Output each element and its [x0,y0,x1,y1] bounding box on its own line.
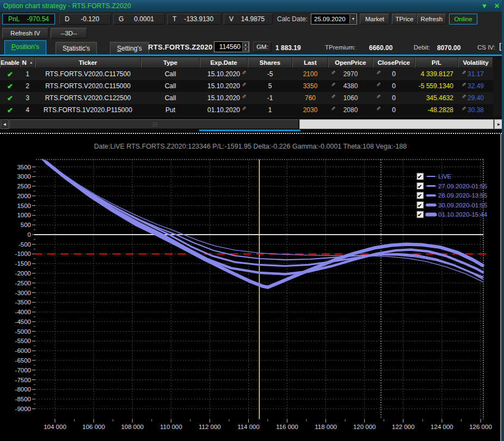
edit-pencil-icon[interactable]: ✎ [242,82,246,88]
y-tick-label: -3500 [15,299,31,305]
edit-pencil-icon[interactable]: ✎ [376,70,380,76]
legend-label: 01.10.2020-15:44 [438,211,488,218]
x-tick-label: 104 000 [44,424,66,430]
pnl-value: -970.54 [27,15,54,23]
cell-exp: 15.10.2020 [200,80,248,92]
greek-g-field: G 0.0001 [113,14,165,24]
y-tick-label: 2500 [17,183,31,189]
edit-pencil-icon[interactable]: ✎ [462,82,466,88]
greek-label: D [60,15,70,23]
chart-background [0,134,504,441]
window-edge [502,134,504,441]
legend-label: 30.09.2020-01:55 [438,202,487,209]
enabled-check-icon[interactable]: ✔ [7,82,13,90]
x-tick-label: 122 000 [392,424,415,430]
market-button[interactable]: Market [360,14,390,24]
edit-pencil-icon[interactable]: ✎ [462,94,466,100]
tab-statistics[interactable]: Statistic's [56,42,97,54]
table-row-4[interactable]: ✔4RTS.FORTS.1V2020.P115000Put01.10.20201… [0,104,493,116]
table-row-2[interactable]: ✔2RTS.FORTS.V2020.C115000Call15.10.20205… [0,80,493,92]
scroll-left-button[interactable]: ◄ [1,119,9,129]
cell-shares: -1 [248,92,292,104]
greek-value: 0.0001 [134,15,154,23]
tab-settings[interactable]: Setting's [110,42,149,54]
pnl-button[interactable]: PnL -970.54 [2,14,55,24]
greek-value: -0.120 [81,15,99,23]
column-header-volatility[interactable]: Volatility [458,57,493,68]
spinner-up-icon[interactable]: ▲ [242,42,249,47]
table-row-3[interactable]: ✔3RTS.FORTS.V2020.C122500Call15.10.2020-… [0,92,493,104]
cell-n: 4 [20,104,35,116]
pl-chart-canvas: 3500300025002000150010005000-500-1000-15… [0,134,504,441]
column-header-shares[interactable]: Shares [248,57,292,68]
scrollbar-track[interactable] [299,119,494,129]
tab-positions[interactable]: Position's [4,40,46,54]
3d-button[interactable]: --3D-- [51,28,87,39]
spinner-down-icon[interactable]: ▼ [242,47,249,51]
toolbar-main: PnL -970.54 D -0.120G 0.0001T -133.9130V… [0,12,504,26]
tpremium-value: 6660.00 [369,44,392,52]
column-header-pl[interactable]: P/L [415,57,458,68]
y-tick-label: -1000 [15,250,31,257]
cell-pl: -5 559.1340 [415,80,458,92]
online-button[interactable]: Online [449,14,477,24]
cell-n: 3 [20,92,35,104]
price-spinner[interactable]: 114560 ▲ ▼ [214,41,249,52]
edit-pencil-icon[interactable]: ✎ [242,106,246,112]
cell-exp: 01.10.2020 [200,104,248,116]
enabled-check-icon[interactable]: ✔ [7,94,13,102]
greek-t-field: T -133.9130 [167,14,222,24]
table-row-1[interactable]: ✔1RTS.FORTS.V2020.C117500Call15.10.2020-… [0,68,493,80]
scrollbar-thumb[interactable] [9,119,299,129]
x-tick-label: 126 000 [469,424,492,430]
edit-pencil-icon[interactable]: ✎ [331,94,335,100]
close-icon[interactable]: ✕ [494,0,500,12]
y-tick-label: 500 [21,222,31,228]
column-header-openprice[interactable]: OpenPrice [328,57,373,68]
tprice-button[interactable]: TPrice [392,14,417,24]
horizontal-scrollbar[interactable]: ◄ ► [0,119,504,129]
y-tick-label: 3000 [17,173,31,180]
column-header-enable[interactable]: Enable [0,57,20,68]
refresh-iv-button[interactable]: Refresh IV [2,28,48,39]
cell-pl: 345.4632 [415,92,458,104]
column-header-type[interactable]: Type [141,57,200,68]
y-tick-label: 1500 [17,203,31,209]
y-tick-label: -8500 [15,396,31,402]
calc-date-select[interactable]: 25.09.2020 ▼ [311,14,357,24]
legend-label: 27.09.2020-01:55 [438,183,487,189]
chevron-down-icon[interactable]: ▼ [349,15,357,23]
greek-v-field: V 14.9875 [224,14,273,24]
y-tick-label: -7500 [15,377,31,383]
edit-pencil-icon[interactable]: ✎ [376,82,380,88]
column-header-n[interactable]: N▲ [20,57,35,68]
splitter-indicator [199,130,300,131]
refresh-button[interactable]: Refresh [417,14,446,24]
collapse-chevron-icon[interactable]: ▼ [481,0,488,12]
column-header-expdate[interactable]: Exp.Date [200,57,248,68]
title-bar[interactable]: Option chart strategy - RTS.FORTS.Z2020 … [0,0,504,12]
edit-pencil-icon[interactable]: ✎ [331,106,335,112]
enabled-check-icon[interactable]: ✔ [7,106,13,114]
enabled-check-icon[interactable]: ✔ [7,70,13,78]
edit-pencil-icon[interactable]: ✎ [462,70,466,76]
column-header-closeprice[interactable]: ClosePrice [373,57,415,68]
edit-pencil-icon[interactable]: ✎ [242,94,246,100]
greek-label: G [114,15,124,23]
column-header-last[interactable]: Last [292,57,328,68]
edit-pencil-icon[interactable]: ✎ [331,82,335,88]
legend-label: LiVE [438,173,452,180]
csiv-input-edge[interactable]: [ [499,41,501,51]
csiv-label: CS IV: [477,44,495,51]
cell-n: 2 [20,80,35,92]
column-header-ticker[interactable]: Ticker [35,57,141,68]
edit-pencil-icon[interactable]: ✎ [462,106,466,112]
edit-pencil-icon[interactable]: ✎ [242,70,246,76]
y-tick-label: -2500 [15,280,31,286]
edit-pencil-icon[interactable]: ✎ [376,94,380,100]
edit-pencil-icon[interactable]: ✎ [376,106,380,112]
edit-pencil-icon[interactable]: ✎ [331,70,335,76]
cell-last: 760 [292,92,328,104]
tpremium-label: TPremium: [325,44,355,51]
tab-strip: Position'sStatistic'sSetting's RTS.FORTS… [0,39,504,54]
